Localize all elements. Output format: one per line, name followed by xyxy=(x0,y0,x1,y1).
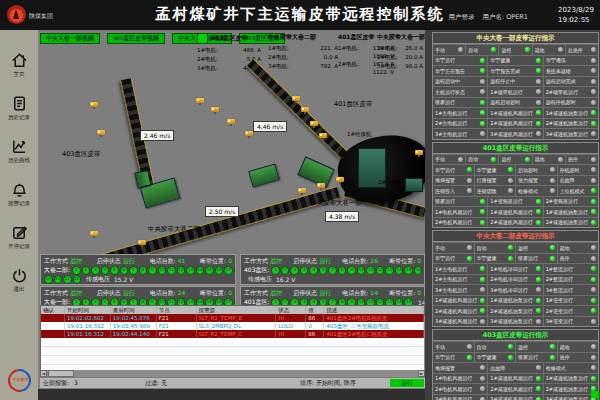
scroll-right-icon[interactable]: ► xyxy=(418,370,425,377)
status-lamp-on-icon xyxy=(591,121,596,126)
sidebar-item-alarm[interactable]: 报警记录 xyxy=(8,181,30,207)
alarm-cell: SL3_2MBPQ_DL xyxy=(197,322,277,330)
status-label: 上位机模式 xyxy=(560,188,585,194)
status-row: 远程启动中远程停止中远程启动完成 xyxy=(433,76,598,87)
sidebar-item-history[interactable]: 历史记录 xyxy=(8,95,30,121)
sensor-node: 16 xyxy=(215,266,224,275)
status-lamp-on-icon xyxy=(591,308,596,313)
status-cell: 1#电机风扇运行 xyxy=(433,374,487,384)
motor-value: 26.0 A xyxy=(405,44,423,53)
status-lamp-on-icon xyxy=(591,376,596,381)
status-label: 3#主电机运行 xyxy=(435,131,467,137)
sensor-node: 1 xyxy=(72,266,81,275)
camera-icon[interactable] xyxy=(227,119,235,124)
time: 19:02:55 xyxy=(558,15,594,25)
status-label: 华宁运行 xyxy=(435,354,455,360)
camera-icon[interactable] xyxy=(415,150,423,155)
status-label: 3#逆变运行 xyxy=(546,318,573,324)
video-button-1[interactable]: 中央大巷一部视频 xyxy=(40,33,100,44)
camera-icon[interactable] xyxy=(97,130,105,135)
motor-panel-title: 中央胶带大巷二部 xyxy=(268,33,338,42)
status-lamp-off-icon xyxy=(591,178,596,183)
status-row: 1#电机风扇运行1#减速机风扇运行1#减速机油泵运行 xyxy=(433,373,598,384)
motor-value: 0.0 A xyxy=(324,53,338,62)
status-label: 手动 xyxy=(435,47,445,53)
status-lamp-on-icon xyxy=(480,298,485,303)
camera-icon[interactable] xyxy=(310,121,318,126)
status-lamp-on-icon xyxy=(550,256,555,261)
sensor-node: 11 xyxy=(167,266,176,275)
status-cell: 总故障 xyxy=(557,176,599,186)
status-label: 3#减速机油泵运行 xyxy=(490,318,532,324)
status-label: 就地 xyxy=(535,47,545,53)
scroll-thumb[interactable] xyxy=(48,370,74,377)
camera-icon[interactable] xyxy=(301,107,309,112)
control-stats-row: 工作方式远控启停状态运行电话台数:14断带位置:0 xyxy=(244,288,421,298)
alarm-cell: 19:02:44.140 xyxy=(111,330,157,338)
camera-icon[interactable] xyxy=(90,231,98,236)
status-cell: 3#电机风扇运行 xyxy=(433,395,487,400)
camera-icon[interactable] xyxy=(196,98,204,103)
camera-icon[interactable] xyxy=(90,102,98,107)
status-cell: 1#减速机风扇运行 xyxy=(487,108,542,118)
status-cell: 自动 xyxy=(465,155,498,165)
sensor-node: 13 xyxy=(186,266,195,275)
user-name: 用户名: OPER1 xyxy=(482,13,528,21)
status-label: 2#减速机风扇运行 xyxy=(490,120,532,126)
status-label: 华宁健康 xyxy=(477,255,497,261)
status-cell: 急停 xyxy=(565,155,598,165)
status-lamp-on-icon xyxy=(480,209,485,214)
sidebar-item-trend[interactable]: 历史曲线 xyxy=(8,138,30,164)
status-label: 远控 xyxy=(501,47,511,53)
camera-icon[interactable] xyxy=(245,131,253,136)
sensor-node: 11 xyxy=(366,266,375,275)
alarm-row[interactable]: 19:01:16.31219:02:45.989F21SL3_2MBPQ_DLL… xyxy=(41,322,424,330)
status-cell: 远控 xyxy=(515,342,557,352)
alarm-cell: HI xyxy=(276,330,306,338)
sensor-node: 19 xyxy=(44,275,53,284)
camera-icon[interactable] xyxy=(138,240,146,245)
status-label: 远控 xyxy=(518,344,528,350)
camera-icon[interactable] xyxy=(319,133,327,138)
status-cell: 堆煤报警 xyxy=(433,363,487,373)
status-panel-title: 403盘区皮带运行指示 xyxy=(433,330,598,341)
alarm-cell xyxy=(41,330,65,338)
status-label: 远程启动超时 xyxy=(490,99,520,105)
user-login-link[interactable]: 用户登录 xyxy=(448,13,474,21)
edit-log-icon xyxy=(11,224,28,241)
camera-icon[interactable] xyxy=(298,188,306,193)
video-button-2[interactable]: 401盘区皮带视频 xyxy=(107,33,165,44)
sidebar-item-runlog[interactable]: 开停记录 xyxy=(8,224,30,250)
status-label: 远程停机超时 xyxy=(546,99,576,105)
alarm-cell: 19:02:45.876 xyxy=(111,314,157,322)
status-lamp-on-icon xyxy=(480,68,485,73)
status-cell: 总故障 xyxy=(487,363,542,373)
sidebar-item-label: 历史曲线 xyxy=(8,157,30,164)
table-horizontal-scrollbar[interactable]: ◄ ► xyxy=(40,370,425,377)
alarm-cell xyxy=(41,322,65,330)
camera-icon[interactable] xyxy=(336,177,344,182)
belt-speed-readout: 2.50 m/s xyxy=(205,206,239,217)
camera-icon[interactable] xyxy=(292,96,300,101)
alarm-row[interactable]: 19:02:02.60219:02:45.876F21SLT_R2_TEMP_B… xyxy=(41,314,424,322)
status-lamp-on-icon xyxy=(480,308,485,313)
camera-icon[interactable] xyxy=(211,107,219,112)
sensor-circle-row: 大巷二部:123456789101112131415161718 xyxy=(44,266,232,275)
control-panel: 工作方式远控启停状态运行电话台数:14断带位置:0401盘区:123456789… xyxy=(240,286,425,306)
alarm-total: 3 xyxy=(74,379,78,386)
sidebar-item-home[interactable]: 主页 xyxy=(11,52,28,78)
alarm-row[interactable]: 19:01:16.31219:02:44.140F21SLT_R2_TEMP_C… xyxy=(41,330,424,338)
status-lamp-on-icon xyxy=(591,199,596,204)
control-stat: 工作方式远控 xyxy=(244,289,282,298)
sidebar-item-exit[interactable]: 退出 xyxy=(11,267,28,293)
status-cell: 1#减速机风扇运行 xyxy=(487,374,542,384)
sensor-node: 15 xyxy=(404,266,413,275)
status-label: 远程停止中 xyxy=(490,78,515,84)
scroll-left-icon[interactable]: ◄ xyxy=(40,370,47,377)
motor-row: 3#电机:782. A xyxy=(268,62,338,71)
status-cell: 华宁运行 xyxy=(433,56,487,66)
status-lamp-off-icon xyxy=(480,386,485,391)
camera-icon[interactable] xyxy=(317,183,325,188)
status-lamp-on-icon xyxy=(536,68,541,73)
status-cell: 1#储带机运行 xyxy=(487,87,542,97)
